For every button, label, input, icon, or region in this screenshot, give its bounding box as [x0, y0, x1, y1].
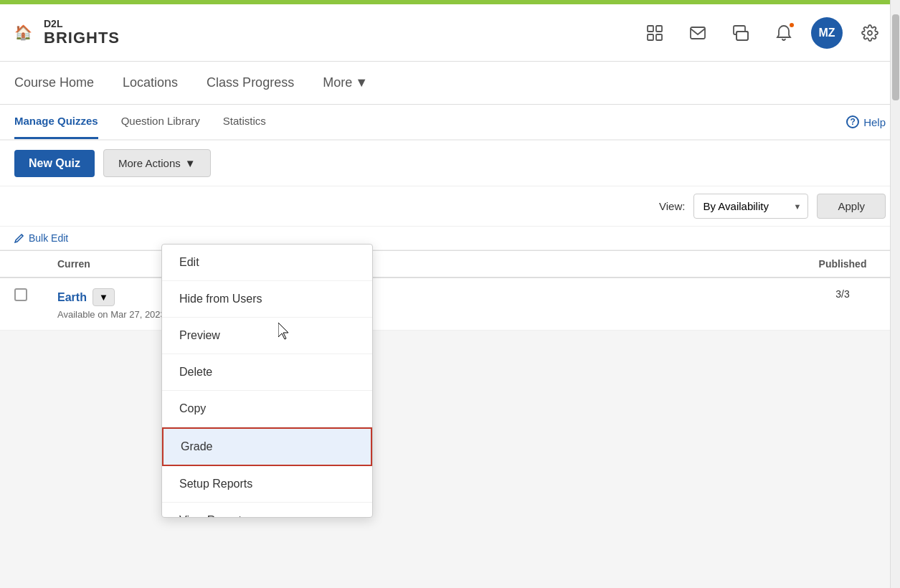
nav-item-locations[interactable]: Locations — [123, 70, 178, 96]
menu-item-delete[interactable]: Delete — [162, 354, 372, 391]
svg-point-8 — [868, 31, 872, 35]
view-label: View: — [659, 200, 685, 212]
settings-icon-button[interactable] — [854, 17, 886, 49]
apply-button[interactable]: Apply — [817, 194, 886, 219]
view-select-wrapper: By Availability By Name By Date — [693, 194, 808, 219]
header: 🏠 D2L BRIGHTS — [0, 4, 900, 62]
notification-dot — [788, 22, 795, 29]
page-scrollbar[interactable] — [890, 0, 900, 588]
avatar[interactable]: MZ — [811, 17, 843, 49]
svg-rect-0 — [648, 26, 653, 32]
view-select[interactable]: By Availability By Name By Date — [693, 194, 808, 219]
row-checkbox[interactable] — [14, 288, 57, 301]
chat-icon-button[interactable] — [725, 17, 757, 49]
tab-manage-quizzes[interactable]: Manage Quizzes — [14, 105, 98, 139]
help-circle-icon: ? — [846, 115, 859, 128]
logo-d2l: D2L — [44, 19, 120, 29]
published-col-header: Published — [800, 258, 886, 270]
svg-rect-1 — [656, 26, 662, 32]
menu-item-grade[interactable]: Grade — [162, 427, 372, 466]
quiz-title-text[interactable]: Earth — [57, 291, 87, 304]
nav-item-more[interactable]: More ▼ — [323, 75, 368, 90]
checkbox-input[interactable] — [14, 288, 27, 301]
table-header: Curren Published — [0, 251, 900, 278]
help-link[interactable]: ? Help — [846, 115, 886, 128]
svg-rect-2 — [648, 34, 653, 40]
mail-icon-button[interactable] — [682, 17, 714, 49]
home-icon[interactable]: 🏠 — [14, 24, 32, 41]
menu-item-setup-reports[interactable]: Setup Reports — [162, 466, 372, 503]
logo: D2L BRIGHTS — [44, 19, 120, 47]
view-row: View: By Availability By Name By Date Ap… — [0, 186, 900, 227]
new-quiz-button[interactable]: New Quiz — [14, 150, 95, 177]
sub-nav: Manage Quizzes Question Library Statisti… — [0, 105, 900, 141]
checkbox-header — [14, 258, 57, 270]
more-actions-button[interactable]: More Actions ▼ — [103, 149, 211, 177]
bulk-edit-row: Bulk Edit — [0, 227, 900, 250]
menu-item-preview[interactable]: Preview — [162, 318, 372, 354]
nav-bar: Course Home Locations Class Progress Mor… — [0, 62, 900, 105]
chevron-down-icon: ▼ — [355, 75, 368, 90]
header-left: 🏠 D2L BRIGHTS — [14, 19, 120, 47]
menu-item-view-reports[interactable]: View Reports — [162, 503, 372, 517]
menu-item-edit[interactable]: Edit — [162, 245, 372, 281]
tab-statistics[interactable]: Statistics — [223, 105, 266, 139]
chat-icon — [732, 24, 749, 42]
grid-icon — [647, 25, 663, 41]
quiz-dropdown-button[interactable]: ▼ — [93, 288, 115, 306]
chevron-down-icon: ▼ — [185, 157, 196, 169]
dropdown-scroll-area[interactable]: Edit Hide from Users Preview Delete Copy… — [162, 245, 372, 517]
quiz-table: Curren Published Earth ▼ Available on Ma… — [0, 250, 900, 331]
bell-icon-button[interactable] — [768, 17, 800, 49]
grid-icon-button[interactable] — [639, 17, 671, 49]
svg-rect-3 — [656, 34, 662, 40]
table-row: Earth ▼ Available on Mar 27, 2023 12:01 … — [0, 278, 900, 331]
pencil-icon — [14, 233, 24, 243]
svg-rect-4 — [691, 27, 705, 39]
scrollbar-thumb[interactable] — [892, 14, 899, 100]
nav-item-course-home[interactable]: Course Home — [14, 70, 94, 96]
toolbar: New Quiz More Actions ▼ — [0, 141, 900, 186]
menu-item-copy[interactable]: Copy — [162, 391, 372, 427]
published-value: 3/3 — [800, 288, 886, 300]
bulk-edit-button[interactable]: Bulk Edit — [14, 232, 68, 244]
svg-rect-6 — [736, 32, 748, 40]
gear-icon — [861, 24, 878, 42]
tab-question-library[interactable]: Question Library — [121, 105, 200, 139]
nav-item-class-progress[interactable]: Class Progress — [207, 70, 294, 96]
logo-bright: BRIGHTS — [44, 29, 120, 47]
header-right: MZ — [639, 17, 886, 49]
mail-icon — [689, 24, 706, 42]
menu-item-hide[interactable]: Hide from Users — [162, 281, 372, 318]
context-dropdown-menu: Edit Hide from Users Preview Delete Copy… — [161, 244, 373, 518]
